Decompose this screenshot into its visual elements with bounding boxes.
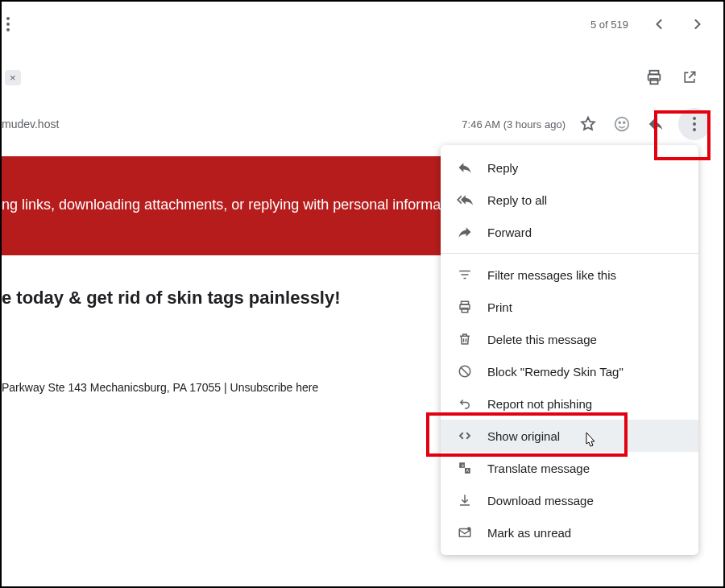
trash-icon xyxy=(457,331,473,347)
menu-print-label: Print xyxy=(487,300,512,314)
forward-icon xyxy=(457,224,473,240)
menu-filter[interactable]: Filter messages like this xyxy=(441,259,698,291)
svg-point-10 xyxy=(693,122,696,126)
reaction-icon[interactable] xyxy=(611,113,633,135)
menu-translate[interactable]: 文A Translate message xyxy=(441,452,698,484)
menu-reply-all-label: Reply to all xyxy=(487,193,547,207)
menu-delete[interactable]: Delete this message xyxy=(441,323,698,355)
filter-icon xyxy=(457,267,473,283)
menu-print[interactable]: Print xyxy=(441,291,698,323)
menu-reply-label: Reply xyxy=(487,161,518,175)
print-menu-icon xyxy=(457,299,473,315)
svg-point-9 xyxy=(693,117,696,120)
menu-download-label: Download message xyxy=(487,494,594,507)
menu-block-label: Block "Remedy Skin Tag" xyxy=(487,365,624,379)
menu-show-original[interactable]: Show original xyxy=(441,420,698,452)
more-options-menu: Reply Reply to all Forward Filter messag… xyxy=(441,145,698,555)
warning-text: ng links, downloading attachments, or re… xyxy=(2,197,441,213)
menu-mark-unread[interactable]: Mark as unread xyxy=(441,516,698,549)
svg-text:A: A xyxy=(466,468,470,473)
pagination-text: 5 of 519 xyxy=(590,19,628,31)
sender-domain: mudev.host xyxy=(2,118,59,130)
menu-reply[interactable]: Reply xyxy=(441,151,698,184)
menu-filter-label: Filter messages like this xyxy=(487,268,616,282)
translate-icon: 文A xyxy=(457,460,473,476)
newer-button[interactable] xyxy=(643,8,675,40)
menu-report-label: Report not phishing xyxy=(487,397,592,411)
svg-point-0 xyxy=(6,17,10,20)
svg-point-11 xyxy=(693,128,696,131)
reply-arrow-icon xyxy=(457,159,473,176)
mark-unread-icon xyxy=(457,524,473,540)
menu-forward-label: Forward xyxy=(487,226,532,239)
undo-icon xyxy=(457,395,473,412)
menu-translate-label: Translate message xyxy=(487,462,590,475)
more-options-button[interactable] xyxy=(678,108,710,140)
code-icon xyxy=(457,428,473,444)
block-icon xyxy=(457,363,473,379)
menu-separator xyxy=(441,253,698,254)
left-more-icon[interactable] xyxy=(5,16,11,32)
menu-show-original-label: Show original xyxy=(487,429,560,443)
svg-text:文: 文 xyxy=(461,463,465,468)
older-button[interactable] xyxy=(682,8,714,40)
menu-block[interactable]: Block "Remedy Skin Tag" xyxy=(441,355,698,387)
svg-point-1 xyxy=(6,23,10,26)
time-text: 7:46 AM (3 hours ago) xyxy=(462,118,566,130)
menu-reply-all[interactable]: Reply to all xyxy=(441,184,698,216)
svg-point-7 xyxy=(619,122,620,123)
print-icon[interactable] xyxy=(643,66,665,89)
svg-point-8 xyxy=(624,122,625,123)
download-icon xyxy=(457,492,473,508)
svg-point-6 xyxy=(615,118,629,131)
svg-point-2 xyxy=(6,28,10,31)
svg-point-19 xyxy=(467,527,471,531)
sender-row: mudev.host 7:46 AM (3 hours ago) xyxy=(2,89,723,148)
menu-delete-label: Delete this message xyxy=(487,333,597,346)
menu-download[interactable]: Download message xyxy=(441,484,698,516)
menu-mark-unread-label: Mark as unread xyxy=(487,526,571,540)
label-chip-remove[interactable]: × xyxy=(5,70,21,85)
subject-row: × xyxy=(2,47,723,89)
open-new-window-icon[interactable] xyxy=(678,66,701,89)
menu-forward[interactable]: Forward xyxy=(441,216,698,248)
topbar: 5 of 519 xyxy=(2,2,723,47)
star-icon[interactable] xyxy=(577,113,599,135)
reply-icon[interactable] xyxy=(644,113,667,135)
reply-all-icon xyxy=(457,192,473,208)
menu-report[interactable]: Report not phishing xyxy=(441,387,698,420)
